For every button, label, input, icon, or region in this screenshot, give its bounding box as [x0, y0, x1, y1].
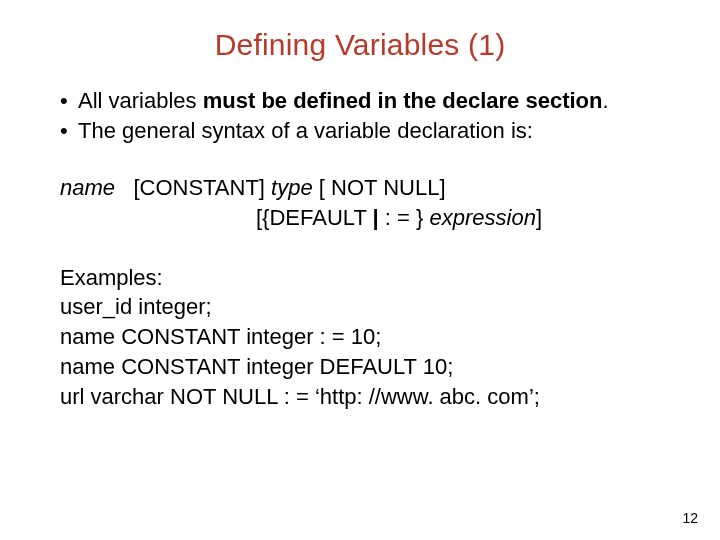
page-number: 12: [682, 510, 698, 526]
examples-heading: Examples:: [60, 263, 660, 293]
syntax-notnull: [ NOT NULL]: [313, 175, 446, 200]
bullet-text: All variables must be defined in the dec…: [78, 86, 609, 116]
text: All variables: [78, 88, 203, 113]
examples-block: Examples: user_id integer; name CONSTANT…: [60, 263, 660, 411]
text: [{DEFAULT: [256, 205, 373, 230]
syntax-line: [{DEFAULT | : = } expression]: [60, 203, 660, 233]
bullet-item: • The general syntax of a variable decla…: [60, 116, 660, 146]
text: ]: [536, 205, 542, 230]
example-line: name CONSTANT integer : = 10;: [60, 322, 660, 352]
text: .: [602, 88, 608, 113]
example-line: url varchar NOT NULL : = ‘http: //www. a…: [60, 382, 660, 412]
bullet-dot: •: [60, 116, 78, 146]
syntax-type: type: [271, 175, 313, 200]
bullet-dot: •: [60, 86, 78, 116]
bullet-text: The general syntax of a variable declara…: [78, 116, 533, 146]
syntax-name: name: [60, 175, 115, 200]
bullet-item: • All variables must be defined in the d…: [60, 86, 660, 116]
text: : = }: [379, 205, 430, 230]
example-line: user_id integer;: [60, 292, 660, 322]
slide-title: Defining Variables (1): [60, 28, 660, 62]
syntax-constant: [CONSTANT]: [115, 175, 271, 200]
syntax-expression: expression: [430, 205, 536, 230]
bullet-list: • All variables must be defined in the d…: [60, 86, 660, 145]
syntax-line: name [CONSTANT] type [ NOT NULL]: [60, 173, 660, 203]
syntax-block: name [CONSTANT] type [ NOT NULL] [{DEFAU…: [60, 173, 660, 232]
text-bold: must be defined in the declare section: [203, 88, 603, 113]
example-line: name CONSTANT integer DEFAULT 10;: [60, 352, 660, 382]
slide: Defining Variables (1) • All variables m…: [0, 0, 720, 411]
